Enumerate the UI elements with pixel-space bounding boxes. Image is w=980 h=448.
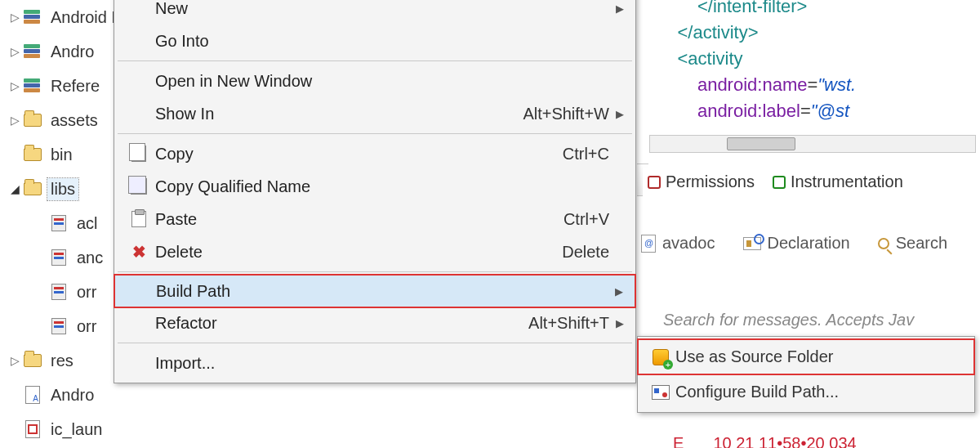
menu-delete[interactable]: ✖DeleteDelete [114,235,635,268]
expand-arrow[interactable]: ▷ [8,45,21,58]
folder-icon [23,111,42,129]
jar-icon [49,249,69,267]
expand-arrow[interactable]: ▷ [8,79,21,92]
submenu-arrow-icon: ▶ [616,2,627,15]
menu-label: Open in New Window [155,72,609,91]
expand-arrow[interactable]: ▷ [8,114,21,127]
tree-label: orr [74,316,100,338]
logcat-line: E 10 21 11•58•20 034 [673,433,857,448]
javadoc-icon [641,235,656,253]
expand-arrow[interactable]: ◢ [8,182,21,195]
menu-label: Paste [155,210,564,229]
submenu-arrow-icon: ▶ [615,285,626,298]
log-time: 10 21 11•58•20 034 [713,434,856,448]
menu-label: New [155,0,609,18]
menu-label: Refactor [155,314,528,333]
tree-label: assets [47,110,101,132]
search-icon [878,238,889,249]
jar-icon [49,283,69,301]
copy-qualified-icon [131,178,147,195]
menu-separator [118,60,632,61]
menu-separator [118,343,632,343]
xml-editor[interactable]: </intent-filter> </activity> <activity a… [657,0,980,124]
lib-icon [23,8,42,26]
paste-icon [131,211,146,227]
menu-copy-qualified-name[interactable]: Copy Qualified Name [114,170,635,203]
menu-shortcut: Alt+Shift+T [528,314,609,333]
tab-instrumentation[interactable]: Instrumentation [768,168,908,196]
tree-label: Andro [47,41,97,63]
menu-shortcut: Delete [562,243,609,262]
menu-show-in[interactable]: Show InAlt+Shift+W▶ [114,97,635,130]
menu-paste[interactable]: PasteCtrl+V [114,203,635,235]
tree-item-ic_laun[interactable]: ic_laun [0,412,147,446]
view-tabs: avadoc Declaration Search [641,234,947,253]
menu-label: Show In [155,105,523,123]
tree-label: Android L [47,7,124,29]
source-folder-icon [653,349,669,365]
view-javadoc[interactable]: avadoc [641,234,715,253]
tree-label: Refere [47,75,103,97]
menu-label: Copy [155,145,563,164]
tree-label: acl [74,213,101,235]
tree-label: orr [74,281,100,303]
manifest-tabs: Permissions Instrumentation [643,168,908,196]
jar-icon [49,317,69,335]
logcat-search-input[interactable]: Search for messages. Accepts Jav [663,311,914,329]
declaration-icon [743,237,761,250]
lib-icon [23,43,42,60]
pngfile-icon [23,420,42,438]
menu-go-into[interactable]: Go Into [114,25,635,57]
menu-label: Copy Qualified Name [155,177,609,196]
tree-label: bin [47,144,76,166]
expand-arrow[interactable]: ▷ [8,354,21,367]
menu-separator [118,133,632,134]
menu-label: Import... [155,354,609,373]
expand-arrow[interactable]: ▷ [8,11,21,24]
menu-refactor[interactable]: RefactorAlt+Shift+T▶ [114,307,635,339]
editor-horizontal-scrollbar[interactable] [649,135,976,153]
xmlfile-icon [23,386,42,404]
tab-permissions[interactable]: Permissions [643,168,760,196]
menu-label: Delete [155,243,562,262]
scrollbar-thumb[interactable] [727,137,795,150]
instrumentation-icon [773,176,786,189]
build-path-submenu: Use as Source FolderConfigure Build Path… [637,336,975,413]
menu-copy[interactable]: CopyCtrl+C [114,137,635,170]
permissions-icon [648,176,661,189]
folder-icon [23,180,42,198]
menu-separator [118,271,632,272]
copy-icon [131,146,146,162]
view-declaration[interactable]: Declaration [743,234,850,253]
menu-new[interactable]: New▶ [114,0,635,25]
tree-label: res [47,350,77,372]
menu-open-in-new-window[interactable]: Open in New Window [114,65,635,97]
context-menu: New▶Go IntoOpen in New WindowShow InAlt+… [114,0,636,383]
menu-shortcut: Alt+Shift+W [523,105,609,123]
jar-icon [49,214,69,232]
submenu-use-as-source-folder[interactable]: Use as Source Folder [638,339,974,374]
folder-icon [23,146,42,164]
menu-shortcut: Ctrl+V [564,210,609,229]
submenu-label: Use as Source Folder [675,347,833,366]
tree-label: Andro [47,384,97,406]
menu-label: Build Path [156,282,608,301]
configure-icon [652,385,670,400]
view-search[interactable]: Search [878,234,947,253]
lib-icon [23,77,42,95]
log-level: E [673,434,684,448]
tree-label: ic_laun [47,419,105,441]
submenu-configure-build-path-[interactable]: Configure Build Path... [638,374,974,410]
submenu-arrow-icon: ▶ [616,108,627,120]
delete-icon: ✖ [132,242,146,262]
menu-import-[interactable]: Import... [114,347,635,379]
menu-build-path[interactable]: Build Path▶ [114,275,635,307]
menu-shortcut: Ctrl+C [563,145,609,164]
tree-label: anc [74,247,106,269]
menu-label: Go Into [155,32,609,51]
submenu-label: Configure Build Path... [675,383,839,401]
submenu-arrow-icon: ▶ [616,317,627,329]
folder-icon [23,352,42,370]
tree-label: libs [47,178,78,200]
